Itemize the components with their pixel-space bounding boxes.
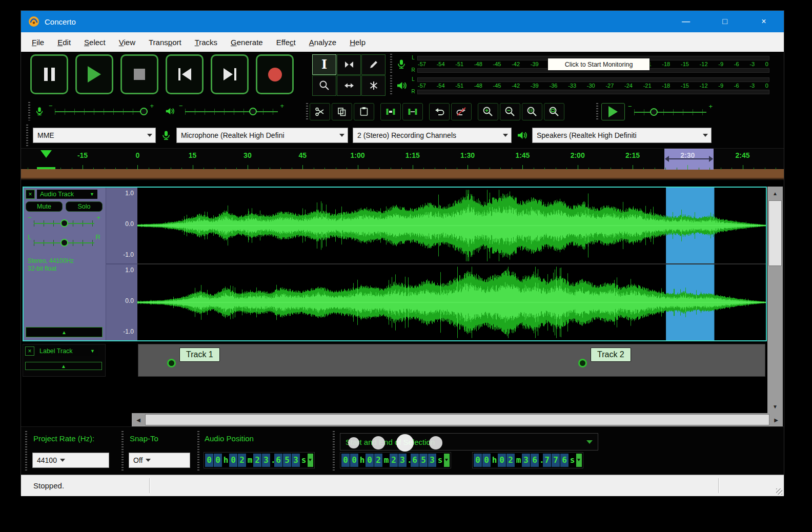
time-digit[interactable]: 2 — [390, 454, 398, 467]
vertical-scale-ruler[interactable]: 1.00.0-1.01.00.0-1.0 — [106, 188, 137, 340]
label-chip[interactable]: Track 1 — [179, 347, 220, 362]
snap-to-select[interactable]: Off — [129, 453, 190, 468]
redo-button[interactable] — [451, 103, 472, 120]
toolbar-grip[interactable] — [390, 75, 392, 96]
time-digit[interactable]: 0 — [482, 454, 491, 467]
horizontal-scroll-thumb[interactable] — [145, 414, 769, 425]
timeshift-tool-button[interactable] — [337, 75, 361, 96]
menu-file[interactable]: File — [25, 38, 51, 47]
maximize-button[interactable]: □ — [713, 11, 737, 32]
play-speed-slider[interactable]: − + — [628, 104, 713, 119]
time-digit[interactable]: h — [222, 454, 229, 467]
menu-transport[interactable]: Transport — [142, 38, 188, 47]
close-button[interactable]: × — [752, 11, 776, 32]
time-digit[interactable]: 0 — [350, 454, 358, 467]
slider-thumb[interactable] — [650, 108, 658, 116]
time-digit[interactable]: 3 — [398, 454, 407, 467]
toolbar-grip[interactable] — [121, 431, 124, 471]
collapse-track-button[interactable]: ▲ — [25, 362, 102, 370]
playhead-pin-icon[interactable] — [40, 150, 52, 158]
skip-to-end-button[interactable] — [211, 54, 249, 94]
playback-volume-slider[interactable]: − + — [179, 104, 284, 119]
label-marker-icon[interactable] — [167, 359, 176, 367]
label-marker-icon[interactable] — [578, 359, 587, 367]
recording-device-select[interactable]: Microphone (Realtek High Defini — [176, 128, 348, 143]
time-digit[interactable]: . — [539, 454, 543, 467]
menu-select[interactable]: Select — [77, 38, 112, 47]
menu-edit[interactable]: Edit — [51, 38, 77, 47]
timeline-ruler[interactable]: -1501530451:001:151:301:452:002:152:302:… — [21, 148, 784, 170]
toolbar-grip[interactable] — [596, 103, 598, 120]
selection-end-display[interactable]: 00h02m36.776s — [472, 452, 583, 468]
copy-button[interactable] — [332, 103, 352, 120]
time-digit[interactable]: 2 — [253, 454, 261, 467]
waveform-view[interactable] — [137, 188, 766, 340]
menu-analyze[interactable]: Analyze — [302, 38, 343, 47]
scrub-bar[interactable] — [21, 169, 784, 179]
time-digit[interactable]: 2 — [238, 454, 246, 467]
time-digit[interactable]: 6 — [560, 454, 569, 467]
slider-thumb[interactable] — [60, 239, 68, 247]
scroll-right-button[interactable]: ▶ — [769, 413, 783, 426]
vertical-scrollbar[interactable]: ▲ ▼ — [767, 187, 783, 413]
recording-channels-select[interactable]: 2 (Stereo) Recording Channels — [353, 128, 512, 143]
toolbar-grip[interactable] — [333, 431, 335, 471]
fit-selection-button[interactable] — [522, 103, 542, 120]
project-rate-select[interactable]: 44100 — [32, 453, 109, 468]
time-digit[interactable]: . — [271, 454, 274, 467]
stop-button[interactable] — [120, 54, 158, 94]
slider-thumb[interactable] — [60, 219, 68, 227]
time-digit[interactable]: 0 — [205, 454, 213, 467]
audio-host-select[interactable]: MME — [33, 128, 156, 143]
zoom-in-button[interactable] — [478, 103, 498, 120]
record-button[interactable] — [256, 54, 294, 94]
monitoring-tooltip[interactable]: Click to Start Monitoring — [547, 58, 650, 71]
menu-generate[interactable]: Generate — [224, 38, 270, 47]
time-digit[interactable]: 0 — [474, 454, 482, 467]
time-digit[interactable]: 3 — [522, 454, 530, 467]
resize-grip[interactable] — [776, 488, 782, 495]
time-digit[interactable]: 3 — [428, 454, 436, 467]
scroll-up-button[interactable]: ▲ — [767, 187, 783, 200]
time-digit[interactable]: 5 — [419, 454, 428, 467]
paste-button[interactable] — [354, 103, 374, 120]
slider-thumb[interactable] — [249, 108, 257, 115]
time-digit[interactable]: . — [407, 454, 411, 467]
time-digit[interactable]: 5 — [283, 454, 291, 467]
toolbar-grip[interactable] — [306, 103, 308, 120]
time-display-spinner[interactable] — [444, 454, 450, 467]
recording-volume-slider[interactable]: − + — [49, 104, 154, 119]
trim-button[interactable] — [380, 103, 401, 120]
time-digit[interactable]: s — [437, 454, 443, 467]
mute-button[interactable]: Mute — [26, 201, 63, 212]
solo-button[interactable]: Solo — [66, 201, 103, 212]
time-digit[interactable]: 6 — [274, 454, 282, 467]
scroll-left-button[interactable]: ◀ — [132, 413, 145, 426]
toolbar-grip[interactable] — [390, 54, 392, 74]
time-digit[interactable]: 2 — [506, 454, 515, 467]
slider-thumb[interactable] — [140, 108, 148, 115]
menu-help[interactable]: Help — [343, 38, 372, 47]
time-digit[interactable]: 3 — [262, 454, 270, 467]
time-digit[interactable]: h — [359, 454, 366, 467]
time-digit[interactable]: 7 — [552, 454, 560, 467]
close-track-button[interactable]: × — [26, 190, 35, 199]
time-digit[interactable]: 6 — [531, 454, 539, 467]
close-track-button[interactable]: × — [25, 346, 34, 356]
time-digit[interactable]: 0 — [366, 454, 374, 467]
track-menu-button[interactable]: Audio Track ▼ — [37, 190, 97, 199]
cut-button[interactable] — [310, 103, 330, 120]
time-digit[interactable]: 2 — [374, 454, 382, 467]
menu-view[interactable]: View — [112, 38, 142, 47]
selection-start-display[interactable]: 00h02m23.653s — [340, 452, 451, 468]
time-digit[interactable]: m — [515, 454, 522, 467]
play-at-speed-button[interactable] — [601, 103, 625, 120]
time-display-spinner[interactable] — [576, 454, 582, 467]
audio-position-display[interactable]: 00h02m23.653s — [204, 452, 315, 468]
minimize-button[interactable]: — — [674, 11, 698, 32]
menu-effect[interactable]: Effect — [270, 38, 302, 47]
time-digit[interactable]: 0 — [229, 454, 237, 467]
waveform-channel-left[interactable] — [137, 188, 766, 263]
vertical-scroll-thumb[interactable] — [768, 200, 782, 266]
track-menu-button[interactable]: Label Track ▼ — [36, 346, 98, 356]
